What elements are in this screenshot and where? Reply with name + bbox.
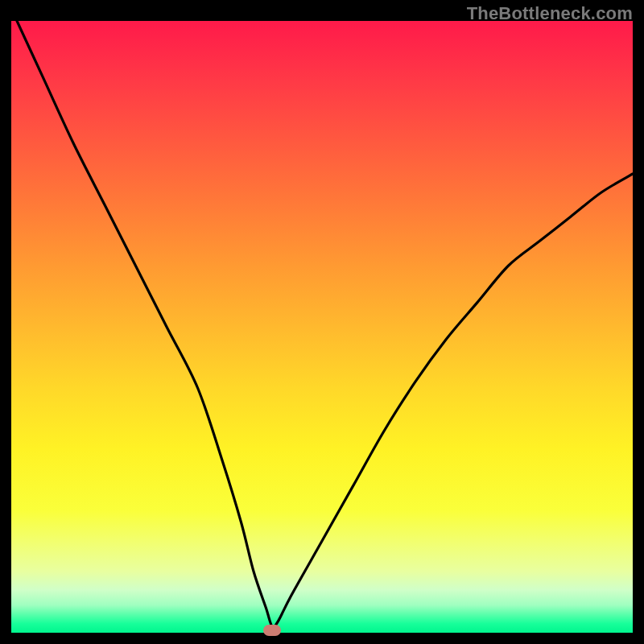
plot-area [11,21,633,633]
curve-path [11,21,633,627]
chart-container: TheBottleneck.com [0,0,644,644]
minimum-marker [263,625,281,636]
bottleneck-curve [11,21,633,633]
